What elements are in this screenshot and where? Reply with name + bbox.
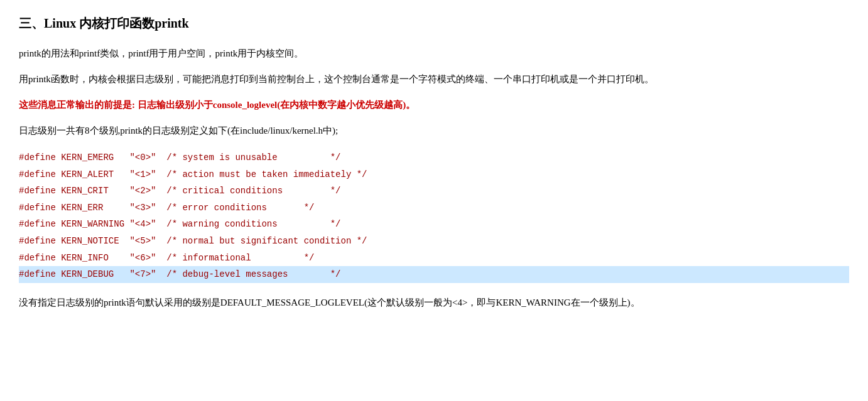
code-line: #define KERN_NOTICE "<5>" /* normal but … <box>19 233 849 250</box>
red-highlight-line: 这些消息正常输出的前提是: 日志输出级别小于console_loglevel(在… <box>19 97 849 114</box>
code-line: #define KERN_INFO "<6>" /* informational… <box>19 250 849 267</box>
code-line: #define KERN_CRIT "<2>" /* critical cond… <box>19 183 849 200</box>
code-block: #define KERN_EMERG "<0>" /* system is un… <box>19 149 849 283</box>
paragraph-3: 日志级别一共有8个级别,printk的日志级别定义如下(在include/lin… <box>19 122 849 139</box>
page-title: 三、Linux 内核打印函数printk <box>19 13 849 34</box>
paragraph-1: printk的用法和printf类似，printf用于用户空间，printk用于… <box>19 45 849 62</box>
paragraph-4: 没有指定日志级别的printk语句默认采用的级别是DEFAULT_MESSAGE… <box>19 294 849 311</box>
code-line: #define KERN_ERR "<3>" /* error conditio… <box>19 200 849 217</box>
code-line: #define KERN_ALERT "<1>" /* action must … <box>19 166 849 183</box>
code-line: #define KERN_WARNING "<4>" /* warning co… <box>19 216 849 233</box>
code-line: #define KERN_EMERG "<0>" /* system is un… <box>19 149 849 166</box>
code-line: #define KERN_DEBUG "<7>" /* debug-level … <box>19 266 849 283</box>
paragraph-2: 用printk函数时，内核会根据日志级别，可能把消息打印到当前控制台上，这个控制… <box>19 71 849 88</box>
